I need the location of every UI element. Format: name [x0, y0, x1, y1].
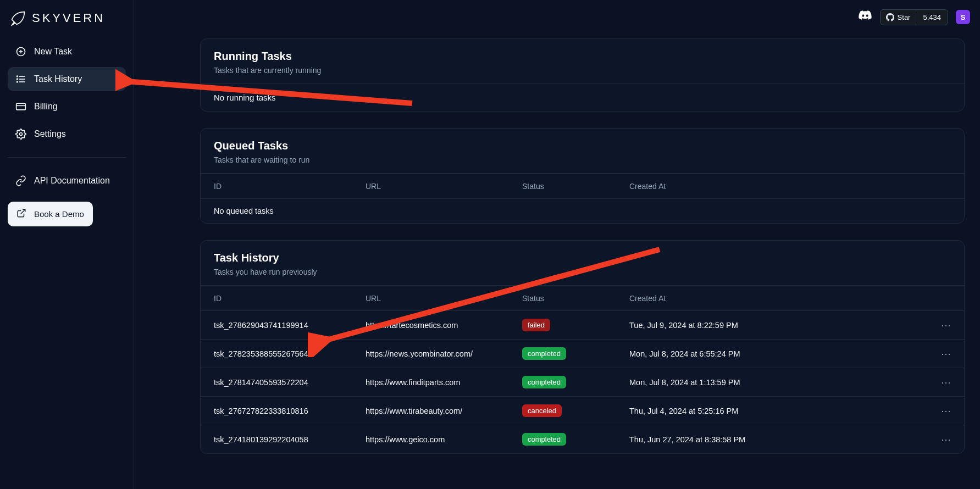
cell-url: https://www.geico.com [360, 427, 517, 452]
credit-card-icon [15, 101, 26, 112]
task-history-card: Task History Tasks you have run previous… [200, 240, 965, 454]
github-star-label: Star [898, 13, 911, 21]
status-badge: canceled [522, 404, 562, 417]
list-icon [15, 74, 26, 85]
github-star-widget: Star 5,434 [880, 9, 948, 25]
svg-rect-9 [16, 103, 26, 110]
discord-icon[interactable] [858, 9, 872, 25]
logo[interactable]: SKYVERN [8, 7, 126, 40]
status-badge: completed [522, 376, 566, 388]
sidebar-item-api-docs[interactable]: API Documentation [8, 169, 126, 193]
running-tasks-card: Running Tasks Tasks that are currently r… [200, 38, 965, 112]
cell-url: https://www.finditparts.com [360, 370, 517, 394]
queued-subtitle: Tasks that are waiting to run [214, 155, 951, 164]
main-content: Running Tasks Tasks that are currently r… [134, 0, 980, 489]
table-row[interactable]: tsk_278235388555267564 https://news.ycom… [201, 339, 964, 368]
table-row[interactable]: tsk_278629043741199914 https://tartecosm… [201, 310, 964, 339]
col-status: Status [517, 174, 624, 198]
svg-point-11 [20, 133, 23, 136]
cell-status: failed [517, 311, 624, 339]
svg-point-6 [17, 76, 18, 77]
queued-tasks-card: Queued Tasks Tasks that are waiting to r… [200, 128, 965, 224]
cell-url: https://www.tirabeauty.com/ [360, 399, 517, 423]
plus-circle-icon [15, 46, 26, 57]
skyvern-logo-icon [9, 9, 27, 27]
cell-url: https://tartecosmetics.com [360, 313, 517, 337]
cell-created: Mon, Jul 8, 2024 at 6:55:24 PM [624, 342, 933, 366]
row-more-button[interactable]: ⋯ [933, 340, 964, 368]
col-created: Created At [624, 174, 933, 198]
github-star-button[interactable]: Star [881, 10, 916, 25]
cell-id: tsk_276727822333810816 [201, 399, 360, 423]
col-created: Created At [624, 286, 933, 310]
status-badge: completed [522, 347, 566, 360]
row-more-button[interactable]: ⋯ [933, 369, 964, 396]
col-url: URL [360, 286, 517, 310]
book-demo-button[interactable]: Book a Demo [8, 202, 93, 226]
brand-text: SKYVERN [32, 11, 105, 25]
row-more-button[interactable]: ⋯ [933, 426, 964, 453]
sidebar-item-label: Settings [34, 129, 66, 139]
table-row[interactable]: tsk_276727822333810816 https://www.tirab… [201, 396, 964, 425]
sidebar-item-new-task[interactable]: New Task [8, 40, 126, 64]
github-icon [886, 13, 894, 21]
col-url: URL [360, 174, 517, 198]
cell-id: tsk_278629043741199914 [201, 313, 360, 337]
sidebar-item-label: Billing [34, 102, 58, 112]
history-title: Task History [214, 252, 951, 264]
sidebar-item-task-history[interactable]: Task History [8, 67, 126, 91]
book-demo-label: Book a Demo [34, 209, 84, 219]
topbar: Star 5,434 S [858, 9, 970, 25]
avatar[interactable]: S [956, 10, 970, 24]
status-badge: completed [522, 433, 566, 446]
link-icon [15, 175, 26, 186]
status-badge: failed [522, 319, 550, 331]
cell-created: Thu, Jul 4, 2024 at 5:25:16 PM [624, 399, 933, 423]
queued-empty: No queued tasks [201, 199, 964, 223]
sidebar-item-label: API Documentation [34, 176, 110, 186]
svg-line-12 [21, 209, 25, 214]
col-id: ID [201, 174, 360, 198]
table-row[interactable]: tsk_278147405593572204 https://www.findi… [201, 368, 964, 396]
sidebar-item-billing[interactable]: Billing [8, 95, 126, 119]
history-subtitle: Tasks you have run previously [214, 268, 951, 276]
cell-status: completed [517, 425, 624, 453]
cell-id: tsk_278147405593572204 [201, 370, 360, 394]
cell-created: Mon, Jul 8, 2024 at 1:13:59 PM [624, 370, 933, 394]
cell-status: completed [517, 368, 624, 396]
external-link-icon [16, 208, 26, 220]
svg-point-8 [17, 81, 18, 82]
running-subtitle: Tasks that are currently running [214, 66, 951, 75]
sidebar: SKYVERN New Task Task History Billing [0, 0, 134, 489]
sidebar-item-label: Task History [34, 74, 82, 84]
github-star-count[interactable]: 5,434 [916, 10, 948, 25]
cell-status: canceled [517, 397, 624, 425]
col-status: Status [517, 286, 624, 310]
svg-point-7 [17, 79, 18, 80]
nav: New Task Task History Billing Settings [8, 40, 126, 226]
running-empty: No running tasks [201, 84, 964, 111]
cell-url: https://news.ycombinator.com/ [360, 342, 517, 366]
sidebar-item-label: New Task [34, 47, 72, 57]
running-title: Running Tasks [214, 50, 951, 63]
history-table-header: ID URL Status Created At [201, 286, 964, 310]
row-more-button[interactable]: ⋯ [933, 397, 964, 425]
queued-empty-row: No queued tasks [201, 198, 964, 223]
queued-table-header: ID URL Status Created At [201, 174, 964, 198]
gear-icon [15, 129, 26, 140]
cell-created: Tue, Jul 9, 2024 at 8:22:59 PM [624, 313, 933, 337]
row-more-button[interactable]: ⋯ [933, 312, 964, 339]
cell-status: completed [517, 340, 624, 368]
col-id: ID [201, 286, 360, 310]
cell-created: Thu, Jun 27, 2024 at 8:38:58 PM [624, 427, 933, 452]
table-row[interactable]: tsk_274180139292204058 https://www.geico… [201, 425, 964, 453]
queued-title: Queued Tasks [214, 140, 951, 152]
cell-id: tsk_274180139292204058 [201, 427, 360, 452]
cell-id: tsk_278235388555267564 [201, 342, 360, 366]
sidebar-item-settings[interactable]: Settings [8, 122, 126, 146]
divider [8, 157, 126, 158]
